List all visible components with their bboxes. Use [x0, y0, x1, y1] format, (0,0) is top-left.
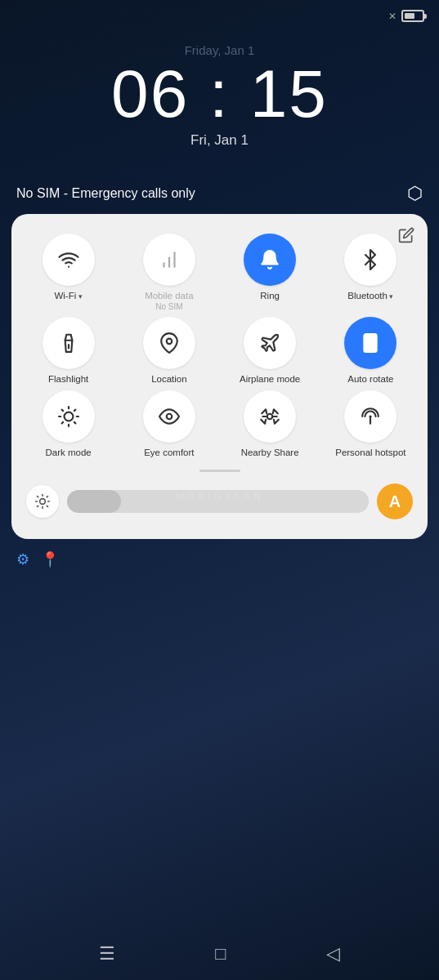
- brightness-fill: [67, 490, 121, 513]
- location-bottom-icon[interactable]: 📍: [41, 550, 59, 568]
- airplane-label: Airplane mode: [240, 374, 300, 385]
- mobile-data-sublabel: No SIM: [145, 302, 193, 312]
- nav-menu-button[interactable]: ☰: [99, 943, 115, 964]
- eye-comfort-circle: [143, 390, 195, 443]
- auto-rotate-label: Auto rotate: [347, 374, 393, 385]
- settings-hex-icon[interactable]: ⬡: [407, 183, 423, 204]
- prev-date: Friday, Jan 1: [0, 43, 439, 57]
- avatar-letter: A: [389, 492, 401, 511]
- tile-nearby-share[interactable]: Nearby Share: [223, 390, 317, 459]
- tile-dark-mode[interactable]: Dark mode: [21, 390, 115, 459]
- svg-line-30: [38, 506, 38, 507]
- nav-home-button[interactable]: □: [215, 943, 226, 964]
- svg-line-26: [38, 497, 38, 497]
- tile-airplane[interactable]: Airplane mode: [223, 317, 317, 385]
- eye-comfort-icon: [159, 406, 180, 427]
- tiles-row-3: Dark mode Eye comfort: [21, 390, 418, 459]
- ring-circle: [244, 234, 296, 286]
- wifi-label: Wi-Fi ▾: [54, 291, 82, 302]
- svg-line-16: [74, 409, 76, 411]
- status-bar: ✕: [0, 0, 439, 27]
- nav-bar: ☰ □ ◁: [0, 928, 439, 980]
- tile-auto-rotate[interactable]: Auto rotate: [324, 317, 418, 385]
- tiles-row-2: Flashlight Location Airplane mode: [21, 317, 418, 385]
- auto-rotate-circle: [344, 317, 396, 369]
- battery-icon: [401, 10, 424, 22]
- dark-mode-circle: [43, 390, 95, 443]
- quick-settings-panel: Wi-Fi ▾ Mobile dataNo SIM Ring: [11, 214, 428, 539]
- airplane-icon: [259, 332, 280, 354]
- eye-comfort-label: Eye comfort: [144, 448, 194, 459]
- mobile-data-circle: [143, 234, 195, 286]
- svg-rect-6: [365, 334, 377, 352]
- brightness-icon: [34, 493, 51, 510]
- nearby-share-icon: [259, 406, 280, 427]
- bluetooth-label: Bluetooth ▾: [347, 291, 393, 302]
- emergency-text: No SIM - Emergency calls only: [16, 186, 195, 201]
- tile-eye-comfort[interactable]: Eye comfort: [122, 390, 216, 459]
- bottom-icons: ⚙ 📍: [0, 542, 439, 577]
- nav-back-button[interactable]: ◁: [326, 943, 340, 964]
- dark-mode-icon: [58, 406, 79, 427]
- hotspot-circle: [344, 390, 396, 443]
- svg-line-12: [74, 421, 76, 423]
- wifi-icon: [58, 249, 79, 270]
- ring-icon: [259, 249, 280, 270]
- svg-point-8: [64, 412, 73, 421]
- airplane-circle: [244, 317, 296, 369]
- tile-hotspot[interactable]: Personal hotspot: [324, 390, 418, 459]
- avatar-circle[interactable]: A: [377, 483, 413, 519]
- svg-point-23: [40, 499, 46, 505]
- emergency-bar: No SIM - Emergency calls only ⬡: [0, 173, 439, 214]
- svg-line-11: [61, 409, 63, 411]
- battery-x-icon: ✕: [388, 11, 396, 22]
- tiles-row-1: Wi-Fi ▾ Mobile dataNo SIM Ring: [21, 234, 418, 312]
- tile-location[interactable]: Location: [122, 317, 216, 385]
- flashlight-circle: [43, 317, 95, 369]
- mobile-data-label: Mobile dataNo SIM: [145, 291, 193, 312]
- tile-mobile-data[interactable]: Mobile dataNo SIM: [122, 234, 216, 312]
- clock-date: Fri, Jan 1: [0, 132, 439, 149]
- tile-ring[interactable]: Ring: [223, 234, 317, 312]
- brightness-icon-wrap: [26, 485, 59, 518]
- svg-point-17: [167, 413, 172, 419]
- location-label: Location: [151, 374, 186, 385]
- flashlight-label: Flashlight: [48, 374, 88, 385]
- brightness-row: A: [21, 480, 418, 523]
- flashlight-icon: [58, 332, 79, 354]
- edit-icon[interactable]: [398, 227, 414, 247]
- location-icon: [159, 332, 180, 354]
- auto-rotate-icon: [360, 332, 381, 354]
- svg-point-5: [167, 338, 172, 344]
- mobile-data-icon: [159, 249, 180, 270]
- nearby-share-circle: [244, 390, 296, 443]
- hotspot-label: Personal hotspot: [335, 448, 405, 459]
- svg-line-27: [47, 506, 47, 507]
- svg-line-15: [61, 421, 63, 423]
- nearby-share-label: Nearby Share: [241, 448, 299, 459]
- wifi-circle: [43, 234, 95, 286]
- svg-point-0: [68, 266, 69, 268]
- tile-flashlight[interactable]: Flashlight: [21, 317, 115, 385]
- panel-divider: [199, 470, 240, 472]
- bluetooth-circle: [344, 234, 396, 286]
- hotspot-icon: [360, 406, 381, 427]
- clock-area: Friday, Jan 1 06 : 15 Fri, Jan 1: [0, 27, 439, 149]
- svg-line-31: [47, 497, 47, 497]
- location-circle: [143, 317, 195, 369]
- ring-label: Ring: [260, 291, 280, 302]
- brightness-slider[interactable]: [67, 490, 369, 513]
- settings-icon[interactable]: ⚙: [16, 550, 29, 568]
- bluetooth-icon: [360, 249, 381, 270]
- clock-time: 06 : 15: [0, 60, 439, 127]
- tile-wifi[interactable]: Wi-Fi ▾: [21, 234, 115, 312]
- dark-mode-label: Dark mode: [46, 448, 92, 459]
